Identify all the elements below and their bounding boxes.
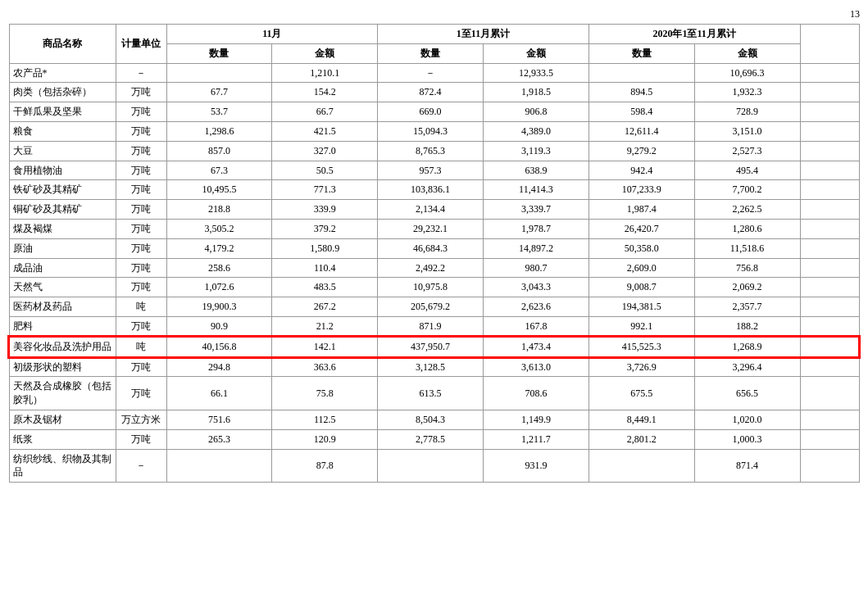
header-nov-qty: 数量 [166, 43, 272, 63]
prev-amt: 3,296.4 [694, 357, 800, 377]
unit: 万吨 [116, 357, 166, 377]
ytd-amt: 12,933.5 [483, 63, 589, 83]
prev-amt: 1,268.9 [694, 337, 800, 357]
table-row: 美容化妆品及洗护用品吨40,156.8142.1437,950.71,473.4… [9, 337, 859, 357]
prev-qty: 2,801.2 [589, 429, 694, 449]
prev-qty: 1,987.4 [589, 200, 694, 220]
commodity-name: 医药材及药品 [9, 297, 116, 317]
ytd-qty: 872.4 [378, 83, 484, 102]
extra [800, 161, 859, 180]
prev-qty: 992.1 [589, 316, 694, 336]
nov-amt: 50.5 [272, 161, 378, 180]
prev-amt: 756.8 [694, 258, 800, 278]
nov-qty [166, 63, 272, 83]
unit: 万吨 [116, 258, 166, 278]
unit: 万吨 [116, 238, 166, 258]
nov-qty: 4,179.2 [166, 238, 272, 258]
commodity-name: 粮食 [9, 121, 116, 141]
nov-qty: 67.7 [166, 83, 272, 102]
ytd-qty: 3,128.5 [378, 357, 484, 377]
commodity-name: 原油 [9, 238, 116, 258]
commodity-name: 成品油 [9, 258, 116, 278]
ytd-amt: 638.9 [483, 161, 589, 180]
commodity-name: 纸浆 [9, 429, 116, 449]
nov-qty: 3,505.2 [166, 219, 272, 238]
nov-amt: 771.3 [272, 180, 378, 200]
import-data-table: 商品名称 计量单位 11月 1至11月累计 2020年1至11月累计 数量 金额… [8, 24, 860, 483]
nov-qty [166, 449, 272, 483]
unit: 吨 [116, 337, 166, 357]
commodity-name: 纺织纱线、织物及其制品 [9, 449, 116, 483]
header-prev-amt: 金额 [694, 43, 800, 63]
prev-amt: 1,932.3 [694, 83, 800, 102]
extra [800, 121, 859, 141]
ytd-qty: 8,504.3 [378, 410, 484, 429]
unit: 万吨 [116, 102, 166, 122]
commodity-name: 肉类（包括杂碎） [9, 83, 116, 102]
extra [800, 102, 859, 122]
prev-amt: 2,069.2 [694, 278, 800, 297]
ytd-qty: 2,492.2 [378, 258, 484, 278]
unit: 万吨 [116, 180, 166, 200]
table-row: 粮食万吨1,298.6421.515,094.34,389.012,611.43… [9, 121, 859, 141]
prev-amt: 11,518.6 [694, 238, 800, 258]
commodity-name: 天然及合成橡胶（包括胶乳） [9, 377, 116, 410]
prev-amt: 1,020.0 [694, 410, 800, 429]
nov-qty: 751.6 [166, 410, 272, 429]
unit: 万吨 [116, 141, 166, 161]
nov-amt: 339.9 [272, 200, 378, 220]
commodity-name: 肥料 [9, 316, 116, 336]
extra [800, 449, 859, 483]
prev-qty: 107,233.9 [589, 180, 694, 200]
prev-qty: 894.5 [589, 83, 694, 102]
nov-amt: 379.2 [272, 219, 378, 238]
table-row: 铜矿砂及其精矿万吨218.8339.92,134.43,339.71,987.4… [9, 200, 859, 220]
table-row: 原油万吨4,179.21,580.946,684.314,897.250,358… [9, 238, 859, 258]
nov-amt: 1,210.1 [272, 63, 378, 83]
unit: 万吨 [116, 377, 166, 410]
prev-qty: 9,008.7 [589, 278, 694, 297]
extra [800, 357, 859, 377]
header-ytd-qty: 数量 [378, 43, 484, 63]
prev-amt: 495.4 [694, 161, 800, 180]
nov-amt: 154.2 [272, 83, 378, 102]
nov-amt: 421.5 [272, 121, 378, 141]
extra [800, 377, 859, 410]
table-row: 医药材及药品吨19,900.3267.2205,679.22,623.6194,… [9, 297, 859, 317]
ytd-amt: 3,119.3 [483, 141, 589, 161]
unit: 吨 [116, 297, 166, 317]
unit: 万吨 [116, 121, 166, 141]
prev-amt: 656.5 [694, 377, 800, 410]
extra [800, 83, 859, 102]
ytd-amt: 906.8 [483, 102, 589, 122]
prev-amt: 3,151.0 [694, 121, 800, 141]
nov-qty: 258.6 [166, 258, 272, 278]
ytd-amt: 14,897.2 [483, 238, 589, 258]
ytd-amt: 708.6 [483, 377, 589, 410]
nov-qty: 1,072.6 [166, 278, 272, 297]
nov-amt: 363.6 [272, 357, 378, 377]
prev-amt: 2,357.7 [694, 297, 800, 317]
table-row: 肥料万吨90.921.2871.9167.8992.1188.2 [9, 316, 859, 336]
unit: 万吨 [116, 316, 166, 336]
nov-qty: 90.9 [166, 316, 272, 336]
unit: 万吨 [116, 429, 166, 449]
extra [800, 429, 859, 449]
commodity-name: 大豆 [9, 141, 116, 161]
nov-amt: 110.4 [272, 258, 378, 278]
header-prev-qty: 数量 [589, 43, 694, 63]
prev-amt: 2,527.3 [694, 141, 800, 161]
ytd-qty: 669.0 [378, 102, 484, 122]
prev-qty: 9,279.2 [589, 141, 694, 161]
header-nov: 11月 [166, 25, 378, 44]
prev-amt: 1,280.6 [694, 219, 800, 238]
header-nov-amt: 金额 [272, 43, 378, 63]
ytd-amt: 1,918.5 [483, 83, 589, 102]
prev-qty [589, 449, 694, 483]
prev-qty: 26,420.7 [589, 219, 694, 238]
extra [800, 63, 859, 83]
nov-amt: 21.2 [272, 316, 378, 336]
commodity-name: 美容化妆品及洗护用品 [9, 337, 116, 357]
prev-qty: 12,611.4 [589, 121, 694, 141]
prev-qty: 8,449.1 [589, 410, 694, 429]
